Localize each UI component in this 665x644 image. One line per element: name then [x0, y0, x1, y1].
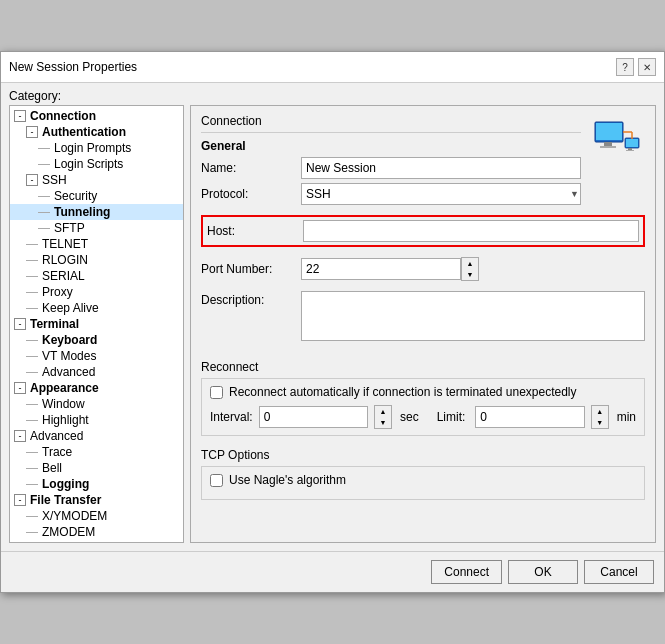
tree-item-label: SERIAL	[42, 269, 85, 283]
tree-item-proxy[interactable]: Proxy	[10, 284, 183, 300]
port-input[interactable]	[301, 258, 461, 280]
tree-item-connection[interactable]: -Connection	[10, 108, 183, 124]
tree-item-vt-modes[interactable]: VT Modes	[10, 348, 183, 364]
name-row: Name:	[201, 157, 581, 179]
svg-rect-7	[626, 150, 634, 151]
tree-item-advanced[interactable]: Advanced	[10, 364, 183, 380]
tree-item-label: Connection	[30, 109, 96, 123]
main-content: -Connection-AuthenticationLogin PromptsL…	[1, 105, 664, 551]
cancel-button[interactable]: Cancel	[584, 560, 654, 584]
tree-item-login-prompts[interactable]: Login Prompts	[10, 140, 183, 156]
tree-dash-icon	[26, 532, 38, 533]
tree-expand-icon[interactable]: -	[26, 126, 38, 138]
name-input[interactable]	[301, 157, 581, 179]
port-decrement-button[interactable]: ▼	[462, 269, 478, 280]
limit-decrement-button[interactable]: ▼	[592, 417, 608, 428]
protocol-select[interactable]: SSHTELNETRLOGINSERIAL	[301, 183, 581, 205]
tcp-nagle-label[interactable]: Use Nagle's algorithm	[229, 473, 346, 487]
tree-dash-icon	[26, 516, 38, 517]
reconnect-label[interactable]: Reconnect automatically if connection is…	[229, 385, 577, 399]
tree-dash-icon	[26, 468, 38, 469]
tcp-section: TCP Options Use Nagle's algorithm	[201, 448, 645, 500]
tree-dash-icon	[26, 308, 38, 309]
port-increment-button[interactable]: ▲	[462, 258, 478, 269]
description-input[interactable]	[301, 291, 645, 341]
tree-item-appearance[interactable]: -Appearance	[10, 380, 183, 396]
tree-item-label: Appearance	[30, 381, 99, 395]
connect-button[interactable]: Connect	[431, 560, 502, 584]
interval-increment-button[interactable]: ▲	[375, 406, 391, 417]
svg-rect-3	[600, 146, 616, 148]
tree-item-window[interactable]: Window	[10, 396, 183, 412]
tree-item-label: Keep Alive	[42, 301, 99, 315]
tree-dash-icon	[26, 484, 38, 485]
reconnect-title: Reconnect	[201, 360, 645, 374]
tree-expand-icon[interactable]: -	[14, 494, 26, 506]
network-icon	[593, 118, 641, 166]
tree-item-terminal[interactable]: -Terminal	[10, 316, 183, 332]
name-field-wrap	[301, 157, 581, 179]
top-section: Connection General Name: Protoco	[201, 114, 645, 209]
tree-item-bell[interactable]: Bell	[10, 460, 183, 476]
category-tree[interactable]: -Connection-AuthenticationLogin PromptsL…	[9, 105, 184, 543]
tree-item-highlight[interactable]: Highlight	[10, 412, 183, 428]
dialog-title: New Session Properties	[9, 60, 137, 74]
host-row: Host:	[201, 215, 645, 247]
tcp-border: Use Nagle's algorithm	[201, 466, 645, 500]
tree-item-ssh[interactable]: -SSH	[10, 172, 183, 188]
tree-expand-icon[interactable]: -	[14, 430, 26, 442]
tree-item-rlogin[interactable]: RLOGIN	[10, 252, 183, 268]
tree-expand-icon[interactable]: -	[26, 174, 38, 186]
tree-item-advanced2[interactable]: -Advanced	[10, 428, 183, 444]
name-label: Name:	[201, 161, 301, 175]
tree-item-zmodem[interactable]: ZMODEM	[10, 524, 183, 540]
limit-unit: min	[617, 410, 636, 424]
tree-item-xymodem[interactable]: X/YMODEM	[10, 508, 183, 524]
tree-item-label: File Transfer	[30, 493, 101, 507]
top-form: Connection General Name: Protoco	[201, 114, 581, 209]
category-label: Category:	[1, 83, 664, 105]
reconnect-border: Reconnect automatically if connection is…	[201, 378, 645, 436]
tree-item-serial[interactable]: SERIAL	[10, 268, 183, 284]
interval-label: Interval:	[210, 410, 253, 424]
tree-item-logging[interactable]: Logging	[10, 476, 183, 492]
help-button[interactable]: ?	[616, 58, 634, 76]
host-input[interactable]	[303, 220, 639, 242]
tree-item-keep-alive[interactable]: Keep Alive	[10, 300, 183, 316]
tree-item-label: Advanced	[30, 429, 83, 443]
tree-expand-icon[interactable]: -	[14, 318, 26, 330]
tree-item-sftp[interactable]: SFTP	[10, 220, 183, 236]
tree-item-trace[interactable]: Trace	[10, 444, 183, 460]
tree-item-authentication[interactable]: -Authentication	[10, 124, 183, 140]
tcp-nagle-checkbox[interactable]	[210, 474, 223, 487]
tree-expand-icon[interactable]: -	[14, 110, 26, 122]
tree-item-label: Trace	[42, 445, 72, 459]
limit-label: Limit:	[437, 410, 466, 424]
limit-spinner: ▲ ▼	[591, 405, 609, 429]
close-button[interactable]: ✕	[638, 58, 656, 76]
tree-item-label: Tunneling	[54, 205, 110, 219]
tree-item-label: Security	[54, 189, 97, 203]
tree-item-telnet[interactable]: TELNET	[10, 236, 183, 252]
port-label: Port Number:	[201, 262, 301, 276]
tree-item-keyboard[interactable]: Keyboard	[10, 332, 183, 348]
interval-input[interactable]	[259, 406, 368, 428]
tree-item-security[interactable]: Security	[10, 188, 183, 204]
tree-expand-icon[interactable]: -	[14, 382, 26, 394]
limit-increment-button[interactable]: ▲	[592, 406, 608, 417]
tree-item-label: SSH	[42, 173, 67, 187]
port-row: Port Number: ▲ ▼	[201, 257, 645, 281]
tree-item-label: TELNET	[42, 237, 88, 251]
limit-input[interactable]	[475, 406, 584, 428]
ok-button[interactable]: OK	[508, 560, 578, 584]
tcp-title: TCP Options	[201, 448, 645, 462]
tree-item-login-scripts[interactable]: Login Scripts	[10, 156, 183, 172]
tree-item-label: Window	[42, 397, 85, 411]
tree-item-tunneling[interactable]: Tunneling	[10, 204, 183, 220]
description-wrap	[301, 291, 645, 344]
tree-dash-icon	[26, 340, 38, 341]
tree-item-file-transfer[interactable]: -File Transfer	[10, 492, 183, 508]
interval-decrement-button[interactable]: ▼	[375, 417, 391, 428]
reconnect-checkbox[interactable]	[210, 386, 223, 399]
tree-item-label: Proxy	[42, 285, 73, 299]
